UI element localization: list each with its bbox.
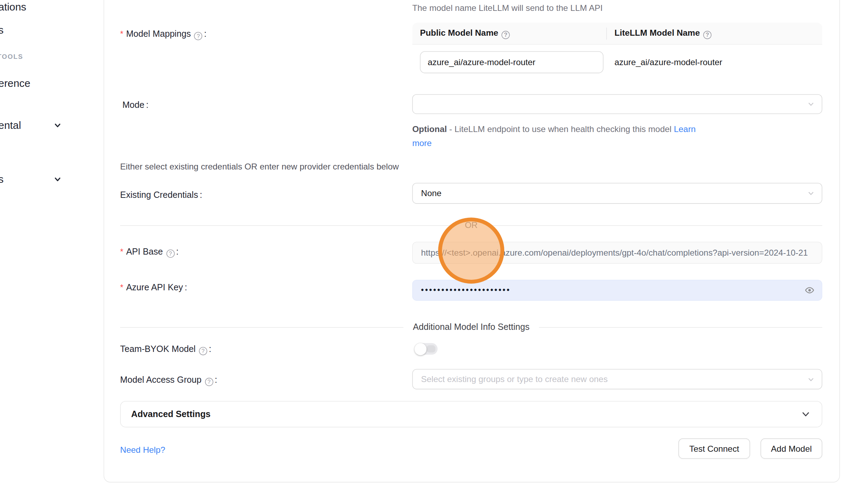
- mode-label-text: Mode: [122, 100, 144, 110]
- required-asterisk: *: [120, 29, 123, 39]
- azure-api-key-label-text: Azure API Key: [126, 283, 183, 292]
- model-mappings-label: *Model Mappings?:: [120, 29, 206, 40]
- mode-helper-bold: Optional: [412, 124, 447, 134]
- api-base-input[interactable]: https://<test>.openai.azure.com/openai/d…: [412, 242, 822, 264]
- sidebar-item-label: s: [0, 24, 4, 36]
- model-access-group-placeholder: Select existing groups or type to create…: [421, 374, 608, 384]
- public-model-name-cell: [412, 51, 606, 73]
- model-access-group-select[interactable]: Select existing groups or type to create…: [412, 369, 822, 389]
- public-model-name-input[interactable]: [420, 51, 603, 73]
- api-base-label: *API Base?:: [120, 247, 179, 258]
- api-base-label-text: API Base: [126, 247, 163, 256]
- label-colon: :: [200, 190, 202, 200]
- chevron-down-icon: [54, 175, 62, 183]
- help-circle-icon[interactable]: ?: [194, 32, 203, 40]
- test-connect-button[interactable]: Test Connect: [678, 438, 750, 459]
- sidebar-item-experimental[interactable]: ental: [0, 119, 21, 132]
- model-access-group-label-text: Model Access Group: [120, 375, 201, 384]
- masked-api-key-value: ••••••••••••••••••••••: [421, 285, 511, 294]
- azure-api-key-input[interactable]: ••••••••••••••••••••••: [412, 280, 822, 301]
- toggle-handle: [415, 343, 427, 355]
- sidebar-section-label: TOOLS: [0, 53, 23, 61]
- model-mappings-table: Public Model Name? LiteLLM Model Name? a…: [412, 22, 822, 80]
- model-access-group-label: Model Access Group?:: [120, 375, 217, 386]
- model-name-helper-text: The model name LiteLLM will send to the …: [412, 3, 602, 13]
- sidebar-item-settings[interactable]: s: [0, 173, 4, 186]
- help-circle-icon[interactable]: ?: [199, 347, 207, 355]
- existing-credentials-label-text: Existing Credentials: [120, 190, 198, 200]
- api-base-value: https://<test>.openai.azure.com/openai/d…: [421, 248, 808, 258]
- label-colon: :: [209, 344, 211, 354]
- label-colon: :: [146, 100, 149, 110]
- add-model-button[interactable]: Add Model: [760, 438, 822, 459]
- label-colon: :: [204, 29, 206, 39]
- additional-info-divider: Additional Model Info Settings: [120, 322, 822, 332]
- table-row: azure_ai/azure-model-router: [412, 44, 822, 80]
- chevron-down-icon: [807, 101, 814, 108]
- existing-credentials-value: None: [421, 188, 442, 198]
- sidebar-item-label: ental: [0, 119, 21, 131]
- or-divider: OR: [120, 220, 822, 230]
- add-model-page: ations s TOOLS erence ental s The model …: [0, 0, 868, 485]
- additional-info-divider-label: Additional Model Info Settings: [403, 322, 539, 332]
- eye-icon: [805, 285, 814, 295]
- toggle-track: [426, 345, 435, 352]
- help-circle-icon[interactable]: ?: [166, 249, 175, 258]
- help-circle-icon[interactable]: ?: [703, 30, 712, 39]
- help-circle-icon[interactable]: ?: [501, 30, 510, 39]
- column-header-label: LiteLLM Model Name: [615, 28, 700, 37]
- column-divider: [606, 28, 607, 40]
- divider-line: [539, 327, 822, 327]
- team-byok-label-text: Team-BYOK Model: [120, 344, 196, 354]
- column-header-litellm-model-name: LiteLLM Model Name?: [606, 28, 711, 39]
- chevron-down-icon: [801, 410, 810, 418]
- advanced-settings-label: Advanced Settings: [131, 409, 211, 419]
- sidebar-item-inference[interactable]: erence: [0, 78, 30, 90]
- sidebar-item-organizations[interactable]: ations: [0, 1, 26, 13]
- column-header-label: Public Model Name: [420, 28, 498, 37]
- column-header-public-model-name: Public Model Name?: [412, 28, 606, 39]
- sidebar-nav: ations s TOOLS erence ental s: [0, 0, 104, 485]
- required-asterisk: *: [120, 283, 123, 292]
- mode-helper-body: - LiteLLM endpoint to use when health ch…: [449, 124, 671, 134]
- label-colon: :: [215, 375, 217, 384]
- help-circle-icon[interactable]: ?: [205, 378, 213, 386]
- chevron-down-icon: [807, 190, 814, 197]
- or-divider-label: OR: [456, 220, 487, 230]
- toggle-password-visibility-button[interactable]: [805, 285, 814, 295]
- team-byok-label: Team-BYOK Model?:: [120, 344, 211, 355]
- model-mappings-label-text: Model Mappings: [126, 29, 191, 39]
- required-asterisk: *: [120, 247, 123, 256]
- sidebar-item-label: s: [0, 173, 4, 185]
- divider-line: [120, 327, 404, 327]
- model-mappings-table-header: Public Model Name? LiteLLM Model Name?: [412, 22, 822, 44]
- divider-line: [120, 225, 456, 226]
- chevron-down-icon: [54, 121, 62, 130]
- azure-api-key-label: *Azure API Key:: [120, 283, 187, 292]
- sidebar-item-label: ations: [0, 1, 26, 13]
- sidebar-item-label: erence: [0, 78, 30, 89]
- team-byok-toggle[interactable]: [415, 343, 438, 355]
- label-colon: :: [176, 247, 179, 256]
- sidebar-item-models[interactable]: s: [0, 24, 4, 36]
- label-colon: :: [185, 283, 187, 292]
- litellm-model-name-cell: azure_ai/azure-model-router: [606, 57, 722, 67]
- existing-credentials-label: Existing Credentials:: [120, 190, 202, 200]
- advanced-settings-toggle[interactable]: Advanced Settings: [120, 401, 822, 427]
- sidebar-section-tools: TOOLS: [0, 53, 23, 61]
- divider-line: [487, 225, 822, 226]
- chevron-down-icon: [807, 376, 814, 383]
- mode-helper-text: Optional - LiteLLM endpoint to use when …: [412, 122, 714, 150]
- mode-label: Mode:: [122, 100, 149, 110]
- existing-credentials-select[interactable]: None: [412, 183, 822, 204]
- credentials-note: Either select existing credentials OR en…: [120, 162, 399, 172]
- need-help-link[interactable]: Need Help?: [120, 445, 165, 455]
- mode-select[interactable]: [412, 94, 822, 114]
